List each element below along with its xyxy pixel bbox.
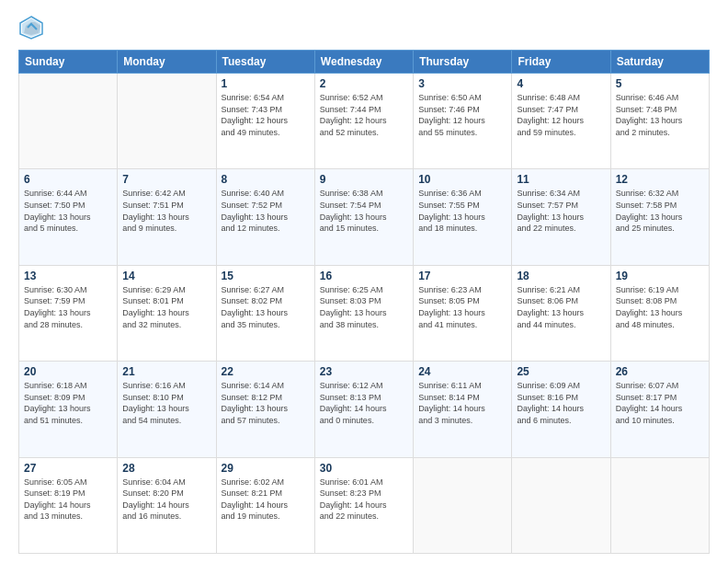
day-info: Sunrise: 6:23 AM Sunset: 8:05 PM Dayligh… [418,284,506,330]
calendar-cell: 4Sunrise: 6:48 AM Sunset: 7:47 PM Daylig… [512,74,610,169]
day-info: Sunrise: 6:11 AM Sunset: 8:14 PM Dayligh… [418,380,506,426]
calendar-cell: 1Sunrise: 6:54 AM Sunset: 7:43 PM Daylig… [216,74,314,169]
calendar-cell: 7Sunrise: 6:42 AM Sunset: 7:51 PM Daylig… [118,169,216,265]
day-info: Sunrise: 6:14 AM Sunset: 8:12 PM Dayligh… [222,380,310,426]
calendar-cell: 24Sunrise: 6:11 AM Sunset: 8:14 PM Dayli… [414,362,512,457]
day-info: Sunrise: 6:34 AM Sunset: 7:57 PM Dayligh… [517,188,605,234]
calendar-week-row: 1Sunrise: 6:54 AM Sunset: 7:43 PM Daylig… [19,74,710,169]
day-info: Sunrise: 6:18 AM Sunset: 8:09 PM Dayligh… [24,380,112,426]
calendar-cell [610,457,709,553]
calendar-cell: 9Sunrise: 6:38 AM Sunset: 7:54 PM Daylig… [314,169,413,265]
day-info: Sunrise: 6:27 AM Sunset: 8:02 PM Dayligh… [222,284,310,330]
calendar-cell: 13Sunrise: 6:30 AM Sunset: 7:59 PM Dayli… [19,265,118,361]
day-number: 19 [616,270,704,282]
day-number: 15 [222,270,310,282]
calendar-cell: 5Sunrise: 6:46 AM Sunset: 7:48 PM Daylig… [610,74,709,169]
calendar-cell: 14Sunrise: 6:29 AM Sunset: 8:01 PM Dayli… [118,265,216,361]
day-info: Sunrise: 6:16 AM Sunset: 8:10 PM Dayligh… [122,380,210,426]
day-info: Sunrise: 6:52 AM Sunset: 7:44 PM Dayligh… [320,92,408,138]
calendar-cell: 2Sunrise: 6:52 AM Sunset: 7:44 PM Daylig… [314,74,413,169]
calendar-cell [118,74,216,169]
day-info: Sunrise: 6:29 AM Sunset: 8:01 PM Dayligh… [122,284,210,330]
calendar-header-saturday: Saturday [610,51,709,74]
calendar-cell: 21Sunrise: 6:16 AM Sunset: 8:10 PM Dayli… [118,362,216,457]
calendar-cell: 8Sunrise: 6:40 AM Sunset: 7:52 PM Daylig… [216,169,314,265]
day-number: 24 [418,365,506,378]
day-number: 22 [222,365,310,378]
day-info: Sunrise: 6:01 AM Sunset: 8:23 PM Dayligh… [320,477,408,523]
day-info: Sunrise: 6:44 AM Sunset: 7:50 PM Dayligh… [24,188,112,234]
day-number: 10 [418,173,506,186]
day-number: 5 [616,77,704,90]
day-number: 27 [24,462,112,475]
day-number: 16 [320,270,408,282]
calendar-header-wednesday: Wednesday [314,51,413,74]
calendar-cell: 26Sunrise: 6:07 AM Sunset: 8:17 PM Dayli… [610,362,709,457]
day-info: Sunrise: 6:38 AM Sunset: 7:54 PM Dayligh… [320,188,408,234]
day-info: Sunrise: 6:21 AM Sunset: 8:06 PM Dayligh… [517,284,605,330]
day-info: Sunrise: 6:05 AM Sunset: 8:19 PM Dayligh… [24,477,112,523]
day-number: 9 [320,173,408,186]
calendar-week-row: 20Sunrise: 6:18 AM Sunset: 8:09 PM Dayli… [19,362,710,457]
day-info: Sunrise: 6:12 AM Sunset: 8:13 PM Dayligh… [320,380,408,426]
calendar-header-row: SundayMondayTuesdayWednesdayThursdayFrid… [19,51,710,74]
calendar-header-friday: Friday [512,51,610,74]
calendar-cell: 18Sunrise: 6:21 AM Sunset: 8:06 PM Dayli… [512,265,610,361]
calendar-cell: 15Sunrise: 6:27 AM Sunset: 8:02 PM Dayli… [216,265,314,361]
day-info: Sunrise: 6:04 AM Sunset: 8:20 PM Dayligh… [122,477,210,523]
day-info: Sunrise: 6:54 AM Sunset: 7:43 PM Dayligh… [222,92,310,138]
day-info: Sunrise: 6:40 AM Sunset: 7:52 PM Dayligh… [222,188,310,234]
day-info: Sunrise: 6:50 AM Sunset: 7:46 PM Dayligh… [418,92,506,138]
day-info: Sunrise: 6:09 AM Sunset: 8:16 PM Dayligh… [517,380,605,426]
day-number: 13 [24,270,112,282]
calendar-cell: 19Sunrise: 6:19 AM Sunset: 8:08 PM Dayli… [610,265,709,361]
calendar-header-monday: Monday [118,51,216,74]
calendar-cell: 27Sunrise: 6:05 AM Sunset: 8:19 PM Dayli… [19,457,118,553]
calendar-cell: 30Sunrise: 6:01 AM Sunset: 8:23 PM Dayli… [314,457,413,553]
day-info: Sunrise: 6:42 AM Sunset: 7:51 PM Dayligh… [122,188,210,234]
calendar-table: SundayMondayTuesdayWednesdayThursdayFrid… [18,50,710,554]
day-number: 4 [517,77,605,90]
day-number: 12 [616,173,704,186]
day-info: Sunrise: 6:48 AM Sunset: 7:47 PM Dayligh… [517,92,605,138]
day-number: 1 [222,77,310,90]
day-number: 26 [616,365,704,378]
day-number: 23 [320,365,408,378]
calendar-cell: 29Sunrise: 6:02 AM Sunset: 8:21 PM Dayli… [216,457,314,553]
calendar-cell [19,74,118,169]
day-number: 2 [320,77,408,90]
day-info: Sunrise: 6:46 AM Sunset: 7:48 PM Dayligh… [616,92,704,138]
calendar-header-sunday: Sunday [19,51,118,74]
calendar-week-row: 13Sunrise: 6:30 AM Sunset: 7:59 PM Dayli… [19,265,710,361]
day-number: 30 [320,462,408,475]
calendar-cell: 11Sunrise: 6:34 AM Sunset: 7:57 PM Dayli… [512,169,610,265]
day-info: Sunrise: 6:36 AM Sunset: 7:55 PM Dayligh… [418,188,506,234]
calendar-cell: 16Sunrise: 6:25 AM Sunset: 8:03 PM Dayli… [314,265,413,361]
logo [18,15,48,40]
day-number: 17 [418,270,506,282]
calendar-cell: 3Sunrise: 6:50 AM Sunset: 7:46 PM Daylig… [414,74,512,169]
day-info: Sunrise: 6:07 AM Sunset: 8:17 PM Dayligh… [616,380,704,426]
calendar-cell [512,457,610,553]
day-number: 28 [122,462,210,475]
day-number: 6 [24,173,112,186]
calendar-cell: 23Sunrise: 6:12 AM Sunset: 8:13 PM Dayli… [314,362,413,457]
header [18,15,710,40]
calendar-header-thursday: Thursday [414,51,512,74]
day-info: Sunrise: 6:19 AM Sunset: 8:08 PM Dayligh… [616,284,704,330]
logo-icon [18,15,44,40]
calendar-cell: 20Sunrise: 6:18 AM Sunset: 8:09 PM Dayli… [19,362,118,457]
day-number: 7 [122,173,210,186]
day-number: 11 [517,173,605,186]
calendar-week-row: 27Sunrise: 6:05 AM Sunset: 8:19 PM Dayli… [19,457,710,553]
day-number: 18 [517,270,605,282]
page: SundayMondayTuesdayWednesdayThursdayFrid… [0,0,728,563]
calendar-cell: 6Sunrise: 6:44 AM Sunset: 7:50 PM Daylig… [19,169,118,265]
day-number: 3 [418,77,506,90]
calendar-cell: 25Sunrise: 6:09 AM Sunset: 8:16 PM Dayli… [512,362,610,457]
day-number: 25 [517,365,605,378]
calendar-header-tuesday: Tuesday [216,51,314,74]
calendar-cell: 17Sunrise: 6:23 AM Sunset: 8:05 PM Dayli… [414,265,512,361]
day-number: 29 [222,462,310,475]
calendar-cell: 22Sunrise: 6:14 AM Sunset: 8:12 PM Dayli… [216,362,314,457]
